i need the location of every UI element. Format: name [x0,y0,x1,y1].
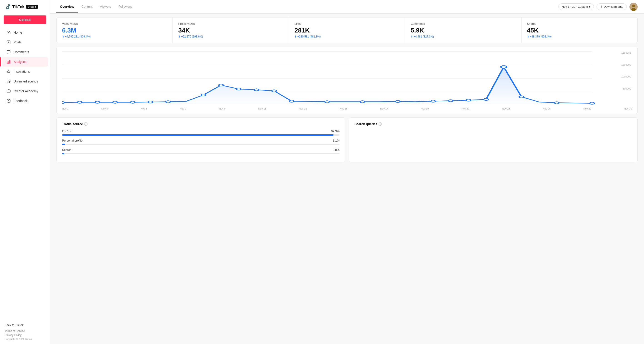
terms-of-service-link[interactable]: Terms of Service [4,330,45,333]
svg-rect-10 [7,90,10,92]
x-label-nov3: Nov 3 [101,107,108,110]
sidebar-item-unlimited-sounds[interactable]: Unlimited sounds [2,76,48,86]
chart-container: 1594085 1500000 1000000 500000 [62,51,632,106]
traffic-bar-for-you-bg [62,134,340,136]
sidebar-item-posts[interactable]: Posts [2,38,48,47]
date-range-button[interactable]: Nov 1 - 30 · Custom ▾ [558,4,594,10]
privacy-policy-link[interactable]: Privacy Policy [4,334,45,337]
studio-badge: Studio [26,5,38,9]
svg-point-45 [590,102,594,104]
date-range-label: Nov 1 - 30 · Custom [562,5,588,8]
sidebar-item-inspirations[interactable]: Inspirations [2,67,48,76]
chevron-down-icon: ▾ [589,5,590,8]
svg-point-34 [290,100,294,102]
traffic-label-for-you: For You 97.9% [62,130,340,133]
svg-point-23 [78,101,82,103]
y-label-1000000: 1000000 [621,75,631,78]
stat-video-views-label: Video views [62,22,167,26]
svg-marker-7 [7,70,10,73]
stat-video-views-change: ⬆ +4,792,281 (309.4%) [62,35,167,38]
traffic-source-info-icon[interactable]: i [84,122,88,126]
svg-point-27 [148,101,153,103]
header-controls: Nov 1 - 30 · Custom ▾ ⬇ Download data [558,3,638,11]
svg-point-22 [62,102,64,104]
stat-profile-views-value: 34K [178,27,283,34]
arrow-up-icon-2: ⬆ [178,35,180,38]
bottom-panels: Traffic source i For You 97.9% [56,118,638,162]
y-label-1500000: 1500000 [621,64,631,66]
x-label-nov27: Nov 27 [583,107,591,110]
back-to-tiktok-link[interactable]: Back to TikTok [4,323,45,327]
stat-likes: Likes 281K ⬆ +230,581 (461.8%) [289,18,405,43]
tab-viewers[interactable]: Viewers [96,1,115,13]
tiktok-wordmark: TikTok [12,4,24,9]
stat-likes-label: Likes [294,22,400,26]
sidebar-nav: Home Posts Comments Analytics [0,28,50,106]
svg-point-28 [166,101,170,103]
tab-followers[interactable]: Followers [115,1,136,13]
y-axis-labels: 1594085 1500000 1000000 500000 [621,51,632,99]
svg-point-24 [95,101,100,103]
sidebar-item-posts-label: Posts [14,40,22,44]
svg-point-15 [632,4,635,7]
stat-comments-change: ⬆ +4,481 (327.3%) [410,35,516,38]
arrow-up-icon-4: ⬆ [410,35,413,38]
download-button[interactable]: ⬇ Download data [596,4,627,10]
sidebar-item-feedback[interactable]: Feedback [2,96,48,106]
traffic-bar-personal-profile-fill [62,144,65,145]
x-label-nov19: Nov 19 [421,107,429,110]
download-label: Download data [604,5,623,8]
search-queries-info-icon[interactable]: i [378,122,382,126]
stat-likes-change: ⬆ +230,581 (461.8%) [294,35,400,38]
traffic-bar-personal-profile-bg [62,144,340,145]
stats-bar: Video views 6.3M ⬆ +4,792,281 (309.4%) P… [56,17,638,43]
tab-overview[interactable]: Overview [56,1,78,13]
svg-rect-5 [8,61,9,64]
traffic-label-personal-profile-text: Personal profile [62,139,82,142]
x-label-nov13: Nov 13 [299,107,307,110]
svg-point-40 [466,99,470,101]
sounds-icon [6,79,11,84]
search-queries-title: Search queries i [354,122,632,126]
tiktok-logo: TikTok [4,4,24,10]
traffic-pct-personal-profile: 1.1% [333,139,340,142]
stat-profile-views-label: Profile views [178,22,283,26]
posts-icon [6,40,11,44]
y-label-1594085: 1594085 [621,51,631,54]
sidebar-item-home[interactable]: Home [2,28,48,37]
sidebar-item-comments[interactable]: Comments [2,47,48,57]
svg-rect-6 [10,60,10,64]
traffic-bar-for-you-fill [62,134,334,136]
stat-video-views-value: 6.3M [62,27,167,34]
logo-area: TikTok Studio [0,0,50,14]
svg-point-39 [448,100,453,102]
sidebar-item-analytics[interactable]: Analytics [2,57,48,66]
download-icon: ⬇ [600,5,602,8]
analytics-content: Video views 6.3M ⬆ +4,792,281 (309.4%) P… [50,14,644,344]
tab-content[interactable]: Content [78,1,96,13]
chart-area: 1594085 1500000 1000000 500000 [56,46,638,114]
traffic-source-title: Traffic source i [62,122,340,126]
svg-point-42 [501,66,506,68]
svg-point-32 [254,89,258,91]
avatar[interactable] [630,3,638,11]
inspirations-icon [6,69,11,74]
traffic-pct-search: 0.8% [333,148,340,152]
svg-point-44 [554,102,559,104]
traffic-row-for-you: For You 97.9% [62,130,340,136]
tiktok-icon [4,4,11,10]
svg-point-26 [130,101,135,103]
x-label-nov11: Nov 11 [258,107,266,110]
x-label-nov25: Nov 25 [543,107,550,110]
svg-point-36 [360,101,365,103]
traffic-bar-search-bg [62,153,340,154]
svg-point-37 [396,100,400,102]
sidebar-bottom: Back to TikTok Terms of Service Privacy … [0,323,50,340]
search-queries-panel: Search queries i [349,118,638,162]
sidebar-item-sounds-label: Unlimited sounds [14,80,38,83]
avatar-image [630,3,638,11]
sidebar-item-creator-academy[interactable]: Creator Academy [2,86,48,96]
svg-point-25 [113,101,117,103]
upload-button[interactable]: Upload [4,16,46,24]
svg-point-38 [431,100,436,102]
